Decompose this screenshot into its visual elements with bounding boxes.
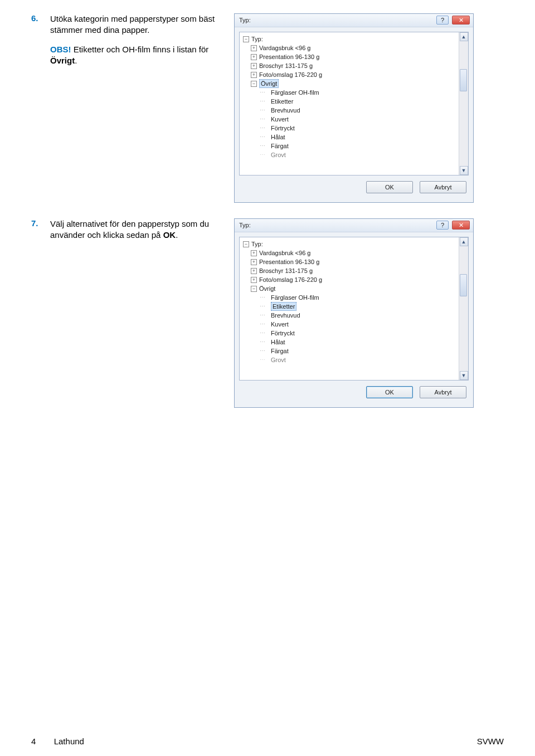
type-tree[interactable]: −Typ: +Vardagsbruk <96 g +Presentation 9… <box>239 237 469 381</box>
tree-leaf[interactable]: ⋯Kuvert <box>243 320 458 329</box>
expand-icon[interactable]: + <box>251 268 257 274</box>
tree-item[interactable]: +Presentation 96-130 g <box>243 257 458 266</box>
expand-icon[interactable]: + <box>251 63 257 69</box>
scroll-thumb[interactable] <box>460 274 467 296</box>
scroll-up-button[interactable]: ▲ <box>460 32 468 41</box>
tree-leaf[interactable]: ⋯Färgat <box>243 142 458 150</box>
scrollbar[interactable]: ▲ ▼ <box>459 32 468 175</box>
tree-leaf[interactable]: ⋯Hålat <box>243 133 458 142</box>
expand-icon[interactable]: + <box>251 45 257 51</box>
close-button[interactable]: ✕ <box>452 16 470 25</box>
tree-leaf[interactable]: ⋯Hålat <box>243 338 458 347</box>
close-button[interactable]: ✕ <box>452 221 470 230</box>
dialog-title: Typ: <box>239 222 251 228</box>
step-6-note: OBS! Etiketter och OH-film finns i lista… <box>50 44 224 67</box>
expand-icon[interactable]: + <box>251 72 257 78</box>
tree-item[interactable]: −Övrigt <box>243 284 458 293</box>
tree-leaf[interactable]: ⋯Brevhuvud <box>243 311 458 320</box>
tree-item[interactable]: +Foto/omslag 176-220 g <box>243 275 458 284</box>
scroll-down-button[interactable]: ▼ <box>460 166 468 175</box>
step-7: 7. Välj alternativet för den papperstyp … <box>31 218 504 408</box>
tree-leaf[interactable]: ⋯Grovt <box>243 355 458 364</box>
type-dialog: Typ: ? ✕ −Typ: +Vardagsbruk <96 g +Prese… <box>234 218 474 408</box>
tree-leaf-selected[interactable]: ⋯Etiketter <box>243 302 458 311</box>
cancel-button[interactable]: Avbryt <box>420 386 466 398</box>
close-icon: ✕ <box>459 222 464 229</box>
tree-leaf[interactable]: ⋯Etiketter <box>243 97 458 106</box>
tree-item[interactable]: +Broschyr 131-175 g <box>243 61 458 70</box>
cancel-button[interactable]: Avbryt <box>420 181 466 193</box>
scroll-up-button[interactable]: ▲ <box>460 237 468 246</box>
help-button[interactable]: ? <box>436 16 449 25</box>
chevron-down-icon: ▼ <box>461 373 466 378</box>
type-tree[interactable]: −Typ: +Vardagsbruk <96 g +Presentation 9… <box>239 32 469 175</box>
help-button[interactable]: ? <box>436 221 449 230</box>
tree-leaf[interactable]: ⋯Förtryckt <box>243 124 458 133</box>
tree-root[interactable]: −Typ: <box>243 240 458 248</box>
tree-leaf[interactable]: ⋯Grovt <box>243 150 458 159</box>
tree-root[interactable]: −Typ: <box>243 35 458 43</box>
page-footer: 4 Lathund SVWW <box>0 737 535 746</box>
chevron-up-icon: ▲ <box>461 34 466 40</box>
step-number: 7. <box>31 218 50 228</box>
scrollbar[interactable]: ▲ ▼ <box>459 237 468 380</box>
tree-leaf[interactable]: ⋯Förtryckt <box>243 329 458 338</box>
step-number: 6. <box>31 13 50 23</box>
step-6-line: Utöka kategorin med papperstyper som bäs… <box>50 13 224 36</box>
collapse-icon[interactable]: − <box>243 241 249 247</box>
scroll-down-button[interactable]: ▼ <box>460 371 468 380</box>
tree-item[interactable]: +Broschyr 131-175 g <box>243 266 458 275</box>
step-6-dialog-image: Typ: ? ✕ −Typ: +Vardagsbruk <96 g +Prese… <box>234 13 474 203</box>
help-icon: ? <box>441 222 444 228</box>
expand-icon[interactable]: + <box>251 250 257 256</box>
ok-button[interactable]: OK <box>366 386 413 398</box>
chevron-up-icon: ▲ <box>461 239 466 245</box>
step-text: Utöka kategorin med papperstyper som bäs… <box>50 13 234 66</box>
tree-leaf[interactable]: ⋯Färglaser OH-film <box>243 293 458 302</box>
obs-label: OBS! <box>50 45 71 54</box>
type-dialog: Typ: ? ✕ −Typ: +Vardagsbruk <96 g +Prese… <box>234 13 474 203</box>
ok-button[interactable]: OK <box>366 181 413 193</box>
help-icon: ? <box>441 17 444 23</box>
dialog-titlebar: Typ: ? ✕ <box>235 14 473 27</box>
tree-item[interactable]: +Vardagsbruk <96 g <box>243 43 458 52</box>
page-number: 4 <box>31 737 36 746</box>
tree-item[interactable]: +Vardagsbruk <96 g <box>243 248 458 257</box>
tree-item[interactable]: +Presentation 96-130 g <box>243 52 458 61</box>
collapse-icon[interactable]: − <box>243 36 249 42</box>
tree-leaf[interactable]: ⋯Färglaser OH-film <box>243 88 458 97</box>
footer-right: SVWW <box>477 737 504 746</box>
expand-icon[interactable]: + <box>251 54 257 60</box>
tree-item-selected[interactable]: −Övrigt <box>243 79 458 88</box>
section-title: Lathund <box>54 737 84 746</box>
tree-leaf[interactable]: ⋯Kuvert <box>243 115 458 124</box>
scroll-thumb[interactable] <box>460 69 467 91</box>
step-7-dialog-image: Typ: ? ✕ −Typ: +Vardagsbruk <96 g +Prese… <box>234 218 474 408</box>
expand-icon[interactable]: + <box>251 277 257 283</box>
collapse-icon[interactable]: − <box>251 286 257 292</box>
step-text: Välj alternativet för den papperstyp som… <box>50 218 234 241</box>
step-6: 6. Utöka kategorin med papperstyper som … <box>31 13 504 203</box>
expand-icon[interactable]: + <box>251 259 257 265</box>
dialog-titlebar: Typ: ? ✕ <box>235 219 473 232</box>
tree-leaf[interactable]: ⋯Färgat <box>243 347 458 355</box>
chevron-down-icon: ▼ <box>461 168 466 173</box>
dialog-title: Typ: <box>239 17 251 23</box>
tree-item[interactable]: +Foto/omslag 176-220 g <box>243 70 458 79</box>
collapse-icon[interactable]: − <box>251 81 257 87</box>
close-icon: ✕ <box>459 17 464 24</box>
tree-leaf[interactable]: ⋯Brevhuvud <box>243 106 458 115</box>
